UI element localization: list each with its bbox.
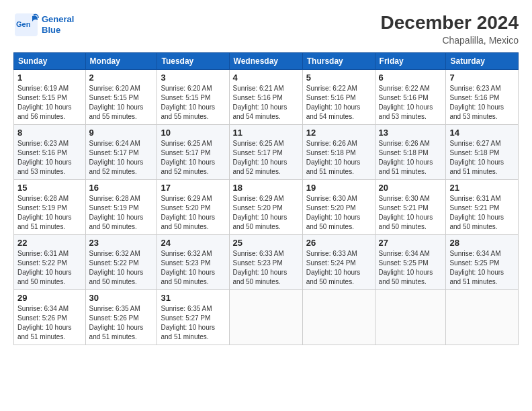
day-number: 3 <box>161 73 225 83</box>
day-info: Sunrise: 6:22 AM Sunset: 5:16 PM Dayligh… <box>379 84 443 122</box>
day-info: Sunrise: 6:24 AM Sunset: 5:17 PM Dayligh… <box>89 139 154 177</box>
table-cell: 17Sunrise: 6:29 AM Sunset: 5:20 PM Dayli… <box>157 180 229 235</box>
table-cell: 1Sunrise: 6:19 AM Sunset: 5:15 PM Daylig… <box>14 70 86 125</box>
table-cell: 18Sunrise: 6:29 AM Sunset: 5:20 PM Dayli… <box>229 180 302 235</box>
table-cell: 20Sunrise: 6:30 AM Sunset: 5:21 PM Dayli… <box>375 180 446 235</box>
table-cell: 15Sunrise: 6:28 AM Sunset: 5:19 PM Dayli… <box>14 180 86 235</box>
logo-line1: General <box>42 14 74 24</box>
day-info: Sunrise: 6:30 AM Sunset: 5:20 PM Dayligh… <box>306 194 371 232</box>
table-cell <box>229 290 302 345</box>
table-cell: 2Sunrise: 6:20 AM Sunset: 5:15 PM Daylig… <box>85 70 157 125</box>
table-cell: 24Sunrise: 6:32 AM Sunset: 5:23 PM Dayli… <box>157 235 229 290</box>
day-number: 2 <box>89 73 154 83</box>
table-cell: 10Sunrise: 6:25 AM Sunset: 5:17 PM Dayli… <box>157 125 229 180</box>
table-cell: 11Sunrise: 6:25 AM Sunset: 5:17 PM Dayli… <box>229 125 302 180</box>
day-info: Sunrise: 6:34 AM Sunset: 5:25 PM Dayligh… <box>379 249 443 287</box>
svg-text:Gen: Gen <box>16 20 31 28</box>
table-cell: 9Sunrise: 6:24 AM Sunset: 5:17 PM Daylig… <box>85 125 157 180</box>
logo-line2: Blue <box>42 25 74 36</box>
day-info: Sunrise: 6:27 AM Sunset: 5:18 PM Dayligh… <box>449 139 515 177</box>
day-number: 18 <box>233 183 299 193</box>
day-number: 4 <box>233 73 299 83</box>
table-cell: 13Sunrise: 6:26 AM Sunset: 5:18 PM Dayli… <box>375 125 446 180</box>
day-number: 12 <box>306 128 371 138</box>
day-number: 27 <box>379 238 443 248</box>
col-saturday: Saturday <box>446 53 519 70</box>
page: Gen General Blue December 2024 Chapalill… <box>0 0 532 411</box>
day-number: 26 <box>306 238 371 248</box>
table-cell: 8Sunrise: 6:23 AM Sunset: 5:16 PM Daylig… <box>14 125 86 180</box>
table-cell: 30Sunrise: 6:35 AM Sunset: 5:26 PM Dayli… <box>85 290 157 345</box>
week-row-4: 22Sunrise: 6:31 AM Sunset: 5:22 PM Dayli… <box>14 235 519 290</box>
day-info: Sunrise: 6:19 AM Sunset: 5:15 PM Dayligh… <box>17 84 82 122</box>
calendar-header-row: Sunday Monday Tuesday Wednesday Thursday… <box>14 53 519 70</box>
table-cell: 3Sunrise: 6:20 AM Sunset: 5:15 PM Daylig… <box>157 70 229 125</box>
day-info: Sunrise: 6:31 AM Sunset: 5:21 PM Dayligh… <box>449 194 515 232</box>
table-cell: 27Sunrise: 6:34 AM Sunset: 5:25 PM Dayli… <box>375 235 446 290</box>
table-cell: 23Sunrise: 6:32 AM Sunset: 5:22 PM Dayli… <box>85 235 157 290</box>
logo: Gen General Blue <box>13 12 74 38</box>
day-info: Sunrise: 6:31 AM Sunset: 5:22 PM Dayligh… <box>17 249 82 287</box>
table-cell <box>446 290 519 345</box>
week-row-3: 15Sunrise: 6:28 AM Sunset: 5:19 PM Dayli… <box>14 180 519 235</box>
day-number: 21 <box>449 183 515 193</box>
col-wednesday: Wednesday <box>229 53 302 70</box>
day-number: 9 <box>89 128 154 138</box>
table-cell: 16Sunrise: 6:28 AM Sunset: 5:19 PM Dayli… <box>85 180 157 235</box>
col-thursday: Thursday <box>302 53 375 70</box>
day-info: Sunrise: 6:23 AM Sunset: 5:16 PM Dayligh… <box>17 139 82 177</box>
day-number: 16 <box>89 183 154 193</box>
day-info: Sunrise: 6:29 AM Sunset: 5:20 PM Dayligh… <box>161 194 225 232</box>
table-cell: 5Sunrise: 6:22 AM Sunset: 5:16 PM Daylig… <box>302 70 375 125</box>
title-block: December 2024 Chapalilla, Mexico <box>381 12 519 46</box>
logo-text: General Blue <box>42 14 74 35</box>
table-cell: 28Sunrise: 6:34 AM Sunset: 5:25 PM Dayli… <box>446 235 519 290</box>
day-number: 29 <box>17 293 82 303</box>
day-info: Sunrise: 6:21 AM Sunset: 5:16 PM Dayligh… <box>233 84 299 122</box>
day-number: 24 <box>161 238 225 248</box>
day-info: Sunrise: 6:28 AM Sunset: 5:19 PM Dayligh… <box>89 194 154 232</box>
day-info: Sunrise: 6:35 AM Sunset: 5:27 PM Dayligh… <box>161 304 225 342</box>
day-info: Sunrise: 6:25 AM Sunset: 5:17 PM Dayligh… <box>161 139 225 177</box>
day-info: Sunrise: 6:22 AM Sunset: 5:16 PM Dayligh… <box>306 84 371 122</box>
header: Gen General Blue December 2024 Chapalill… <box>13 12 519 46</box>
day-info: Sunrise: 6:33 AM Sunset: 5:24 PM Dayligh… <box>306 249 371 287</box>
day-number: 8 <box>17 128 82 138</box>
calendar: Sunday Monday Tuesday Wednesday Thursday… <box>13 52 519 345</box>
day-number: 6 <box>379 73 443 83</box>
day-info: Sunrise: 6:33 AM Sunset: 5:23 PM Dayligh… <box>233 249 299 287</box>
table-cell: 12Sunrise: 6:26 AM Sunset: 5:18 PM Dayli… <box>302 125 375 180</box>
table-cell: 26Sunrise: 6:33 AM Sunset: 5:24 PM Dayli… <box>302 235 375 290</box>
table-cell <box>375 290 446 345</box>
col-sunday: Sunday <box>14 53 86 70</box>
day-number: 22 <box>17 238 82 248</box>
day-info: Sunrise: 6:28 AM Sunset: 5:19 PM Dayligh… <box>17 194 82 232</box>
day-info: Sunrise: 6:25 AM Sunset: 5:17 PM Dayligh… <box>233 139 299 177</box>
day-number: 13 <box>379 128 443 138</box>
day-info: Sunrise: 6:34 AM Sunset: 5:25 PM Dayligh… <box>449 249 515 287</box>
day-number: 1 <box>17 73 82 83</box>
subtitle: Chapalilla, Mexico <box>381 35 519 46</box>
day-number: 31 <box>161 293 225 303</box>
day-info: Sunrise: 6:30 AM Sunset: 5:21 PM Dayligh… <box>379 194 443 232</box>
day-number: 23 <box>89 238 154 248</box>
table-cell: 25Sunrise: 6:33 AM Sunset: 5:23 PM Dayli… <box>229 235 302 290</box>
day-info: Sunrise: 6:20 AM Sunset: 5:15 PM Dayligh… <box>89 84 154 122</box>
table-cell: 19Sunrise: 6:30 AM Sunset: 5:20 PM Dayli… <box>302 180 375 235</box>
day-number: 30 <box>89 293 154 303</box>
day-number: 14 <box>449 128 515 138</box>
day-number: 5 <box>306 73 371 83</box>
week-row-5: 29Sunrise: 6:34 AM Sunset: 5:26 PM Dayli… <box>14 290 519 345</box>
day-info: Sunrise: 6:20 AM Sunset: 5:15 PM Dayligh… <box>161 84 225 122</box>
day-number: 7 <box>449 73 515 83</box>
col-friday: Friday <box>375 53 446 70</box>
table-cell: 21Sunrise: 6:31 AM Sunset: 5:21 PM Dayli… <box>446 180 519 235</box>
main-title: December 2024 <box>381 12 519 34</box>
day-number: 10 <box>161 128 225 138</box>
day-number: 28 <box>449 238 515 248</box>
table-cell: 22Sunrise: 6:31 AM Sunset: 5:22 PM Dayli… <box>14 235 86 290</box>
day-info: Sunrise: 6:26 AM Sunset: 5:18 PM Dayligh… <box>306 139 371 177</box>
table-cell: 29Sunrise: 6:34 AM Sunset: 5:26 PM Dayli… <box>14 290 86 345</box>
logo-icon: Gen <box>13 12 39 38</box>
table-cell: 4Sunrise: 6:21 AM Sunset: 5:16 PM Daylig… <box>229 70 302 125</box>
